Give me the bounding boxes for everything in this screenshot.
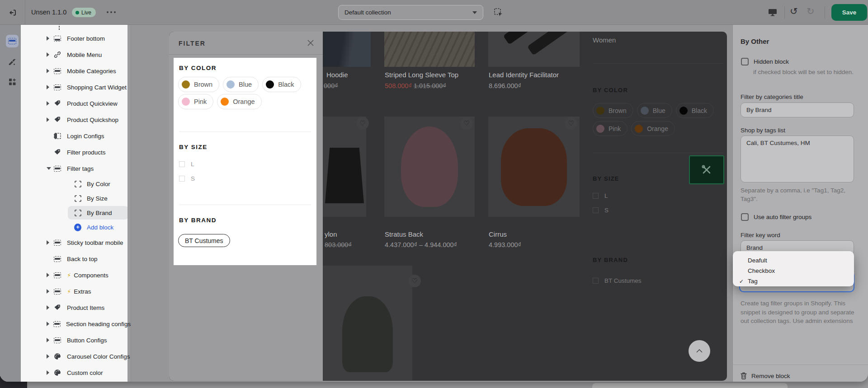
product-image-beanie[interactable] xyxy=(323,266,412,380)
drawer-by-brand-heading: BY BRAND xyxy=(179,217,217,224)
store-size-checkbox-l[interactable]: L xyxy=(593,192,608,199)
color-chip-orange[interactable]: Orange xyxy=(217,94,261,109)
wishlist-button[interactable]: ♡ xyxy=(408,275,421,287)
sidebar-block-by-size[interactable]: By Size xyxy=(21,191,131,206)
sidebar-item-button-configs[interactable]: Button Configs xyxy=(21,332,131,348)
tag-icon xyxy=(54,149,61,156)
rail-app-embeds-tab[interactable] xyxy=(6,75,19,88)
store-color-chip-brown[interactable]: Brown xyxy=(593,103,633,118)
sidebar-item-login-configs[interactable]: Login Configs xyxy=(21,128,131,144)
sidebar-item-components[interactable]: ⚡Components xyxy=(21,267,131,283)
sidebar-item-product-quickview[interactable]: Product Quickview xyxy=(21,95,131,112)
size-checkbox-s[interactable]: S xyxy=(179,175,195,182)
color-chip-brown[interactable]: Brown xyxy=(178,77,219,92)
app-block-highlight[interactable] xyxy=(689,155,724,184)
auto-filter-groups-checkbox[interactable]: Use auto filter groups xyxy=(741,213,811,221)
swatch-icon xyxy=(641,107,649,115)
rail-theme-settings-tab[interactable] xyxy=(6,56,19,68)
drawer-by-size-heading: BY SIZE xyxy=(179,144,208,150)
product-image-bp-pink[interactable] xyxy=(384,117,475,217)
caret-right-icon[interactable] xyxy=(47,36,52,41)
remove-block-button[interactable]: Remove block xyxy=(741,372,790,379)
color-chip-black[interactable]: Black xyxy=(262,77,301,92)
caret-right-icon[interactable] xyxy=(47,240,52,245)
caret-right-icon[interactable] xyxy=(47,305,52,310)
sidebar-scrollbar[interactable] xyxy=(127,25,131,382)
color-chip-blue[interactable]: Blue xyxy=(223,77,259,92)
sidebar-item-extras[interactable]: ⚡Extras xyxy=(21,283,131,299)
sidebar-item-mobile-categories[interactable]: Mobile Categories xyxy=(21,63,131,79)
caret-right-icon[interactable] xyxy=(47,370,52,375)
wishlist-button[interactable]: ♡ xyxy=(356,117,369,130)
link-icon xyxy=(54,51,61,58)
sections-icon xyxy=(8,38,16,44)
sidebar-item-custom-color[interactable]: Custom color xyxy=(21,365,131,381)
rail-sections-tab[interactable] xyxy=(6,35,19,47)
dropdown-option-tag[interactable]: ✓Tag xyxy=(733,276,854,286)
redo-button[interactable]: ↻ xyxy=(807,6,815,17)
caret-right-icon[interactable] xyxy=(47,322,52,326)
caret-down-icon[interactable] xyxy=(47,167,52,170)
theme-actions-menu-button[interactable] xyxy=(107,11,116,13)
hidden-block-checkbox[interactable]: Hidden block xyxy=(741,58,789,65)
exit-editor-button[interactable] xyxy=(7,7,19,19)
sidebar-block-by-color[interactable]: By Color xyxy=(21,177,131,191)
product-image-striped[interactable] xyxy=(384,32,475,67)
store-color-chip-black[interactable]: Black xyxy=(676,103,714,118)
caret-right-icon[interactable] xyxy=(47,52,52,57)
caret-right-icon[interactable] xyxy=(47,273,52,277)
sidebar-item-back-to-top[interactable]: Back to top xyxy=(21,251,131,267)
sidebar-item-carousel-color-configs[interactable]: Carousel Color Configs xyxy=(21,348,131,365)
inspect-element-button[interactable] xyxy=(494,8,504,18)
section-icon xyxy=(53,166,61,172)
divider xyxy=(593,153,723,153)
store-color-chip-orange[interactable]: Orange xyxy=(631,121,675,136)
dropdown-option-deafult[interactable]: Deafult xyxy=(733,255,854,266)
product-image-jeans[interactable] xyxy=(323,32,371,67)
desktop-preview-button[interactable] xyxy=(768,9,777,16)
tags-list-textarea[interactable]: Cali, BT Custumes, HM xyxy=(741,136,854,182)
caret-right-icon[interactable] xyxy=(47,354,52,359)
checkbox-icon xyxy=(593,278,599,284)
color-chip-pink[interactable]: Pink xyxy=(178,94,213,109)
caret-right-icon[interactable] xyxy=(47,289,52,294)
caret-right-icon[interactable] xyxy=(47,117,52,122)
brand-chip-bt-custumes[interactable]: BT Custumes xyxy=(178,234,230,247)
section-icon xyxy=(53,68,61,74)
color-chip-label: Brown xyxy=(194,81,212,88)
swatch-icon xyxy=(221,98,229,106)
product-image-strap[interactable] xyxy=(488,32,580,67)
product-image-bp-brown[interactable] xyxy=(488,117,580,217)
sidebar-item-mobile-menu[interactable]: Mobile Menu xyxy=(21,47,131,63)
scroll-to-top-button[interactable] xyxy=(689,340,710,362)
sidebar-item-shopping-cart-widget[interactable]: Shopping Cart Widget xyxy=(21,79,131,95)
sidebar-item-sticky-toolbar-mobile[interactable]: Sticky toolbar mobile xyxy=(21,234,131,251)
caret-right-icon[interactable] xyxy=(47,101,52,106)
store-color-chip-blue[interactable]: Blue xyxy=(637,103,672,118)
caret-right-icon[interactable] xyxy=(47,85,52,89)
undo-button[interactable]: ↺ xyxy=(790,6,798,17)
store-size-checkbox-s[interactable]: S xyxy=(593,207,609,214)
caret-right-icon[interactable] xyxy=(47,338,52,342)
store-color-chip-pink[interactable]: Pink xyxy=(593,121,627,136)
store-brand-checkbox[interactable]: BT Custumes xyxy=(593,277,642,284)
page-selector-dropdown[interactable]: Default collection xyxy=(338,5,483,20)
sidebar-item-product-quickshop[interactable]: Product Quickshop xyxy=(21,112,131,128)
dropdown-option-checkbox[interactable]: Checkbox xyxy=(733,266,854,276)
size-checkbox-l[interactable]: L xyxy=(179,161,194,168)
sidebar-block-by-brand[interactable]: By Brand xyxy=(21,206,131,220)
add-block-button[interactable]: +Add block xyxy=(21,220,131,234)
save-button[interactable]: Save xyxy=(831,4,867,21)
caret-right-icon[interactable] xyxy=(47,69,52,73)
wishlist-button[interactable]: ♡ xyxy=(460,117,473,130)
sidebar-item-footer-bottom[interactable]: Footer bottom xyxy=(21,30,131,47)
checkbox-icon xyxy=(179,161,185,167)
wishlist-button[interactable]: ♡ xyxy=(565,117,577,130)
sidebar-item-filter-products[interactable]: Filter products xyxy=(21,144,131,160)
sidebar-item-product-items[interactable]: Product Items xyxy=(21,299,131,316)
sidebar-item-filter-tags[interactable]: Filter tags xyxy=(21,160,131,177)
categories-title-input[interactable] xyxy=(741,103,854,117)
product-image-tote[interactable] xyxy=(323,117,366,217)
sidebar-item-section-heading-configs[interactable]: Section heading configs xyxy=(21,316,131,332)
close-filter-button[interactable] xyxy=(307,39,314,47)
